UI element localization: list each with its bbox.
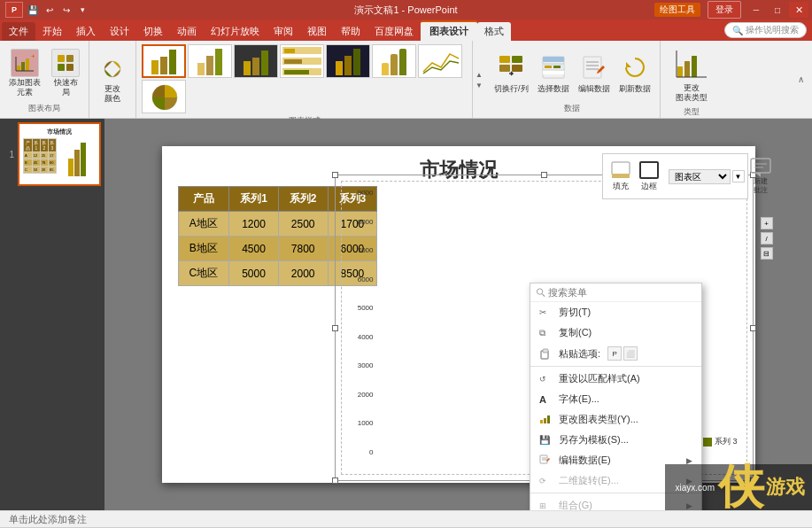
scroll-up-btn[interactable]: +: [761, 217, 773, 229]
svg-text:+: +: [31, 53, 35, 60]
edit-data-label: 编辑数据: [578, 83, 610, 95]
svg-rect-14: [499, 56, 510, 63]
ctx-item-3d-rotate[interactable]: ⟳ 二维旋转(E)... ▶: [530, 470, 701, 491]
ctx-item-font[interactable]: A 字体(E)...: [530, 389, 701, 409]
tab-insert[interactable]: 插入: [69, 22, 103, 41]
format-area-select[interactable]: 图表区 绘图区: [669, 169, 731, 184]
change-chart-type-btn[interactable]: 更改图表类型: [669, 44, 714, 105]
quick-undo-btn[interactable]: ↩: [43, 3, 57, 17]
quick-redo-btn[interactable]: ↪: [59, 3, 73, 17]
scroll-middle[interactable]: /: [761, 232, 773, 245]
copy-icon: ⧉: [539, 328, 553, 338]
main-area: 1 市场情况 产品系1系2系3 A122517 B457860 C502085: [0, 119, 812, 510]
tab-design[interactable]: 设计: [103, 22, 136, 41]
tab-slideshow[interactable]: 幻灯片放映: [204, 22, 267, 41]
fill-btn[interactable]: 填充: [608, 160, 633, 192]
ctx-divider-2: [530, 493, 701, 493]
svg-point-43: [537, 289, 542, 294]
svg-rect-26: [584, 57, 601, 78]
ribbon-collapse-btn[interactable]: ∧: [794, 74, 807, 86]
ctx-item-edit-data[interactable]: 编辑数据(E) ▶: [530, 450, 701, 470]
add-chart-element-btn[interactable]: + 添加图表元素: [5, 47, 44, 99]
chart-style-7[interactable]: [418, 44, 462, 78]
border-btn[interactable]: 边框: [637, 160, 661, 192]
chart-style-3[interactable]: [234, 44, 278, 78]
scroll-down-btn[interactable]: ⊟: [761, 247, 773, 260]
quick-save-btn[interactable]: 💾: [26, 3, 40, 17]
tab-start[interactable]: 开始: [35, 22, 69, 41]
tab-review[interactable]: 审阅: [267, 22, 300, 41]
tab-transition[interactable]: 切换: [136, 22, 170, 41]
svg-rect-36: [612, 162, 630, 175]
ribbon-group-color: 更改颜色: [89, 41, 136, 118]
tab-baidu[interactable]: 百度网盘: [367, 22, 421, 41]
template-icon: 💾: [539, 435, 553, 445]
tab-chart-design[interactable]: 图表设计: [421, 20, 477, 41]
tab-file[interactable]: 文件: [2, 22, 35, 41]
edit-data-ctx-icon: [539, 454, 553, 467]
ctx-search-input[interactable]: [548, 287, 696, 298]
tab-view[interactable]: 视图: [300, 22, 334, 41]
select-data-btn[interactable]: 选择数据: [534, 50, 573, 97]
ctx-item-paste-label: 粘贴选项:: [559, 347, 600, 361]
search-label: 操作说明搜索: [746, 24, 799, 36]
paste-opt-2[interactable]: ⬜: [623, 346, 638, 361]
style-scroll-btn[interactable]: ▲▼: [473, 41, 485, 118]
ctx-item-cut[interactable]: ✂ 剪切(T): [530, 302, 701, 322]
svg-text:▼: ▼: [476, 82, 483, 89]
format-area-dropdown[interactable]: ▼: [732, 170, 745, 182]
ctx-item-copy[interactable]: ⧉ 复制(C): [530, 322, 701, 343]
ribbon: + 添加图表元素 快速布局 图表布局 更改颜色: [0, 41, 812, 119]
change-color-btn[interactable]: 更改颜色: [95, 44, 130, 114]
ctx-item-paste[interactable]: 粘贴选项: P ⬜: [530, 343, 701, 364]
svg-rect-15: [512, 56, 522, 63]
ctx-item-group-label: 组合(G): [559, 499, 592, 510]
tab-help[interactable]: 帮助: [334, 22, 367, 41]
window-min-btn[interactable]: ─: [746, 2, 766, 18]
svg-rect-37: [612, 174, 630, 178]
ctx-item-copy-label: 复制(C): [559, 326, 592, 339]
refresh-data-btn[interactable]: 刷新数据: [615, 50, 654, 97]
quick-layout-btn[interactable]: 快速布局: [48, 47, 83, 99]
svg-rect-24: [545, 66, 552, 68]
tool-label: 绘图工具: [654, 3, 700, 17]
chart-style-5[interactable]: [326, 44, 370, 78]
search-icon: 🔍: [732, 26, 743, 35]
chart-style-6[interactable]: [372, 44, 416, 78]
ctx-item-reset-label: 重设以匹配样式(A): [559, 372, 640, 385]
app-logo: P: [5, 2, 23, 18]
slide-thumb-1[interactable]: 市场情况 产品系1系2系3 A122517 B457860 C502085: [18, 122, 101, 186]
select-data-label: 选择数据: [537, 83, 569, 95]
chart-style-4[interactable]: [280, 44, 324, 78]
window-max-btn[interactable]: □: [768, 2, 787, 18]
ribbon-group-data: 切换行/列 选择数据 编辑数据 刷新数据 数据: [485, 41, 661, 118]
ctx-item-3d-rotate-label: 二维旋转(E)...: [559, 474, 619, 487]
chart-style-1[interactable]: [142, 44, 186, 78]
scissors-icon: ✂: [539, 307, 553, 317]
chart-style-8[interactable]: [142, 80, 186, 113]
tab-format[interactable]: 格式: [477, 22, 511, 41]
chart-style-2[interactable]: [188, 44, 232, 78]
svg-rect-33: [692, 56, 697, 77]
ctx-item-save-template[interactable]: 💾 另存为模板(S)...: [530, 430, 701, 450]
paste-opt-1[interactable]: P: [607, 346, 622, 361]
tab-animation[interactable]: 动画: [170, 22, 204, 41]
new-comment-btn[interactable]: 新建批注: [748, 158, 773, 194]
login-btn[interactable]: 登录: [708, 1, 741, 19]
ctx-item-save-template-label: 另存为模板(S)...: [559, 433, 629, 446]
refresh-data-label: 刷新数据: [619, 83, 651, 95]
add-note-bar: 单击此处添加备注: [0, 510, 812, 528]
ctx-item-group[interactable]: ⊞ 组合(G) ▶: [530, 495, 701, 510]
svg-rect-49: [547, 415, 550, 423]
quick-menu-btn[interactable]: ▾: [76, 4, 89, 16]
switch-rows-btn[interactable]: 切换行/列: [491, 50, 532, 97]
svg-rect-8: [58, 64, 65, 71]
search-box[interactable]: 🔍 操作说明搜索: [724, 22, 807, 38]
ctx-item-change-chart[interactable]: 更改图表类型(Y)...: [530, 409, 701, 430]
slide-canvas-area: 市场情况 产品 系列1 系列2 系列3 A地区: [104, 119, 812, 510]
ribbon-group-chart-layout-label: 图表布局: [5, 103, 83, 114]
reset-icon: ↺: [539, 375, 553, 384]
ctx-item-reset-style[interactable]: ↺ 重设以匹配样式(A): [530, 369, 701, 389]
window-close-btn[interactable]: ✕: [789, 2, 808, 18]
edit-data-btn[interactable]: 编辑数据: [575, 50, 614, 97]
